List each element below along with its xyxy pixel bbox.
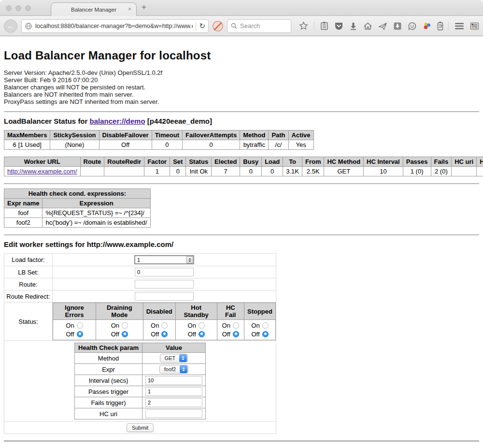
hc-param-value-cell: foof2 bbox=[142, 364, 206, 375]
off-radio-disabled[interactable] bbox=[161, 331, 168, 337]
container-battery-icon[interactable]: ▾ bbox=[437, 21, 442, 30]
zoom-window-button[interactable] bbox=[25, 5, 31, 11]
url-bar[interactable]: localhost:8880/balancer-manager?b=demo&w… bbox=[21, 19, 209, 33]
on-radio-hc-fail[interactable] bbox=[233, 322, 239, 329]
select-value: GET bbox=[165, 355, 176, 361]
radio-label: Off bbox=[222, 331, 230, 338]
off-radio-draining-mode[interactable] bbox=[122, 331, 128, 337]
column-header: To bbox=[283, 157, 302, 167]
balancer-demo-link[interactable]: balancer://demo bbox=[90, 117, 145, 125]
on-radio-stopped[interactable] bbox=[262, 322, 269, 329]
status-radio-cell: OnOff bbox=[175, 320, 217, 340]
search-bar[interactable]: Search bbox=[227, 19, 291, 33]
window-controls[interactable] bbox=[6, 5, 31, 11]
interval-secs-input[interactable] bbox=[145, 376, 202, 385]
column-header: MaxMembers bbox=[4, 130, 50, 140]
reload-icon[interactable]: ↻ bbox=[199, 22, 205, 30]
status-column-header: Disabled bbox=[143, 303, 175, 320]
radio-label: On bbox=[111, 322, 119, 329]
load-factor-input[interactable] bbox=[135, 257, 186, 263]
chevron-down-icon[interactable]: ▾ bbox=[440, 24, 442, 28]
route-redirect-label: Route Redirect: bbox=[4, 290, 53, 303]
grid-addon-icon[interactable] bbox=[470, 22, 479, 30]
select-stepper-icon[interactable] bbox=[179, 354, 187, 362]
download-icon[interactable] bbox=[349, 22, 357, 30]
load-factor-label: Load factor: bbox=[4, 254, 53, 266]
feedback-smiley-icon[interactable] bbox=[408, 22, 417, 30]
column-header: Elected bbox=[212, 157, 240, 167]
adblock-disabled-icon[interactable] bbox=[213, 21, 223, 31]
worker-cell: GET bbox=[324, 167, 364, 176]
fails-trigger-input[interactable] bbox=[145, 398, 202, 407]
status-column-header: Draining Mode bbox=[96, 303, 143, 320]
hc-param-value-cell bbox=[142, 397, 206, 408]
off-radio-ignore-errors[interactable] bbox=[77, 331, 83, 337]
worker-url-link[interactable]: http://www.example.com/ bbox=[7, 168, 77, 175]
off-radio-stopped[interactable] bbox=[262, 331, 269, 337]
status-radio-cell: OnOff bbox=[53, 320, 96, 340]
column-header: HC Interval bbox=[364, 157, 403, 167]
radio-label: Off bbox=[66, 331, 74, 338]
column-header: Fails bbox=[431, 157, 452, 167]
navigation-toolbar: ← localhost:8880/balancer-manager?b=demo… bbox=[0, 16, 483, 36]
worker-cell: foof2 bbox=[477, 167, 483, 176]
route-redirect-input[interactable] bbox=[135, 292, 194, 301]
on-radio-ignore-errors[interactable] bbox=[77, 322, 83, 329]
page-title: Load Balancer Manager for localhost bbox=[4, 49, 479, 62]
edit-worker-form: Load factor: LB Set: Route: bbox=[4, 253, 276, 434]
expr-select[interactable]: foof2 bbox=[159, 365, 188, 374]
url-text[interactable]: localhost:8880/balancer-manager?b=demo&w… bbox=[35, 23, 193, 29]
home-icon[interactable] bbox=[363, 22, 372, 30]
worker-status-table: Worker URLRouteRouteRedirFactorSetStatus… bbox=[4, 157, 483, 176]
pocket-icon[interactable] bbox=[334, 22, 343, 30]
hc-uri-input[interactable] bbox=[145, 409, 202, 418]
divider bbox=[4, 111, 479, 112]
column-header: Value bbox=[142, 343, 206, 353]
passes-trigger-input[interactable] bbox=[145, 387, 202, 396]
status-column-header: HC Fail bbox=[217, 303, 244, 320]
server-info-line: Server Version: Apache/2.5.0-dev (Unix) … bbox=[4, 69, 479, 76]
clipboard-icon[interactable] bbox=[320, 21, 328, 30]
select-stepper-icon[interactable] bbox=[180, 365, 187, 373]
new-tab-button[interactable]: + bbox=[142, 2, 146, 12]
off-radio-hc-fail[interactable] bbox=[233, 331, 239, 337]
colored-dots-addon-icon[interactable] bbox=[423, 22, 431, 30]
off-radio-hot-standby[interactable] bbox=[199, 331, 205, 337]
send-plane-icon[interactable] bbox=[378, 22, 387, 30]
search-placeholder[interactable]: Search bbox=[240, 22, 260, 29]
close-window-button[interactable] bbox=[6, 5, 12, 11]
balancer-manager-page: Load Balancer Manager for localhost Serv… bbox=[0, 36, 483, 448]
route-input[interactable] bbox=[135, 280, 194, 289]
expression-cell: hc('body') =~ /domain is established/ bbox=[43, 218, 150, 228]
hc-param-row: Fails trigger) bbox=[75, 397, 206, 408]
on-radio-disabled[interactable] bbox=[161, 322, 168, 329]
tab-close-icon[interactable]: × bbox=[128, 6, 131, 13]
column-header: Busy bbox=[240, 157, 262, 167]
back-button[interactable]: ← bbox=[4, 19, 17, 33]
minimize-window-button[interactable] bbox=[15, 5, 21, 11]
radio-label: On bbox=[188, 322, 196, 329]
menu-hamburger-icon[interactable] bbox=[455, 22, 464, 30]
select-value: foof2 bbox=[164, 366, 176, 372]
radio-label: Off bbox=[151, 331, 159, 338]
on-radio-hot-standby[interactable] bbox=[199, 322, 205, 329]
hc-param-value-cell: GET bbox=[142, 353, 206, 364]
load-factor-field[interactable] bbox=[134, 255, 194, 264]
data-cell: 6 [1 Used] bbox=[4, 140, 50, 150]
column-header: Expression bbox=[43, 199, 150, 208]
bookmark-star-icon[interactable] bbox=[299, 21, 308, 30]
data-cell: /c/ bbox=[269, 140, 288, 150]
column-header: Set bbox=[170, 157, 186, 167]
lb-set-input[interactable] bbox=[135, 268, 194, 276]
data-cell: 0 bbox=[152, 140, 182, 150]
method-select[interactable]: GET bbox=[160, 354, 188, 362]
on-radio-draining-mode[interactable] bbox=[122, 322, 128, 329]
number-spinner-icon[interactable] bbox=[186, 256, 193, 263]
search-icon bbox=[231, 23, 237, 29]
addon-download-icon[interactable] bbox=[393, 22, 402, 30]
browser-tab[interactable]: Balancer Manager × bbox=[51, 2, 137, 16]
globe-icon[interactable] bbox=[25, 22, 32, 30]
balancer-status-table: MaxMembersStickySessionDisableFailoverTi… bbox=[4, 130, 314, 150]
balancer-status-heading: LoadBalancer Status for balancer://demo … bbox=[4, 117, 479, 125]
submit-button[interactable]: Submit bbox=[127, 423, 154, 432]
